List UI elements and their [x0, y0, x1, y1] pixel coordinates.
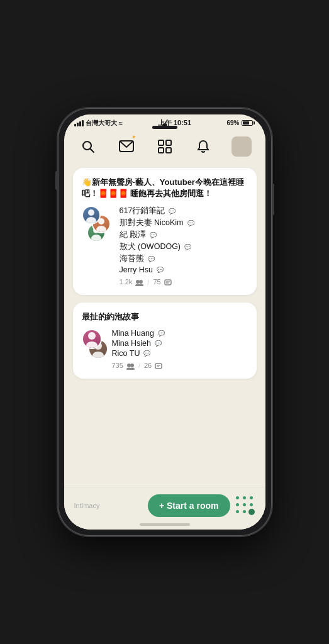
wifi-icon: ≈: [119, 119, 123, 127]
speakers-list: Mina Huang 💬 Mina Hsieh 💬 Rico TU 💬: [112, 329, 248, 370]
dots-grid-button[interactable]: [235, 496, 255, 516]
user-avatar: [231, 136, 252, 157]
room-card[interactable]: 👋新年無聲房-藝人、Youtuber今晚在這裡睡吧！🧧🧧🧧 睡飽再去其他房間逛！: [73, 168, 257, 295]
speaker-name: 海苔熊: [120, 253, 144, 264]
speaker-row: 敖犬 (OWODOG) 💬: [120, 242, 248, 252]
listener-count: 1.2k: [120, 278, 144, 286]
speaker-name: 敖犬 (OWODOG): [120, 242, 181, 252]
speaker-name: Mina Huang: [112, 329, 154, 338]
svg-rect-17: [165, 280, 171, 285]
speaker-row: Jerry Hsu 💬: [120, 265, 248, 274]
main-content: 👋新年無聲房-藝人、Youtuber今晚在這裡睡吧！🧧🧧🧧 睡飽再去其他房間逛！: [64, 163, 265, 530]
status-right: 69%: [226, 119, 255, 126]
mic-icon: 💬: [187, 220, 194, 226]
svg-rect-3: [159, 140, 164, 145]
svg-point-8: [86, 217, 96, 223]
search-button[interactable]: [77, 135, 99, 158]
home-indicator: [140, 523, 190, 526]
svg-point-7: [88, 209, 94, 216]
speaker-name: 紀 殿澤: [120, 230, 146, 240]
svg-rect-6: [166, 148, 171, 153]
room-title: 最扯的約泡故事: [82, 311, 248, 323]
speaker-row: 紀 殿澤 💬: [120, 230, 248, 240]
speaker-row: 那對夫妻 NicoKim 💬: [120, 218, 248, 228]
phone-screen: 台灣大哥大 ≈ 上午 10:51 69%: [64, 114, 265, 530]
signal-icon: [74, 120, 84, 126]
start-room-button[interactable]: + Start a room: [148, 494, 230, 517]
speaker-row: 617行銷筆記 💬: [120, 206, 248, 216]
bottom-preview-text: Intimacy: [74, 502, 148, 509]
speaker-name: Mina Hsieh: [112, 339, 152, 348]
dot: [248, 509, 255, 515]
dot: [243, 503, 246, 506]
phone-frame: 台灣大哥大 ≈ 上午 10:51 69%: [58, 108, 272, 536]
mic-icon: 💬: [150, 232, 157, 238]
mic-icon: 💬: [184, 244, 191, 250]
avatar-button[interactable]: [230, 135, 253, 158]
avatar: [82, 206, 101, 225]
room-participants: Mina Huang 💬 Mina Hsieh 💬 Rico TU 💬: [82, 329, 248, 370]
svg-point-12: [91, 235, 101, 241]
envelope-button[interactable]: ✦: [115, 135, 138, 158]
chat-count: 26: [144, 362, 162, 370]
nav-bar: ✦: [64, 130, 265, 163]
svg-line-1: [90, 149, 94, 153]
speaker-name: Jerry Hsu: [120, 265, 153, 274]
mic-icon: 💬: [148, 256, 155, 262]
speaker-row: Rico TU 💬: [112, 349, 248, 358]
dot: [236, 503, 239, 506]
avatar: [82, 329, 102, 349]
dot: [250, 503, 253, 506]
grid-button[interactable]: [153, 135, 176, 158]
svg-rect-28: [155, 364, 162, 369]
room-stats: 1.2k / 75: [120, 278, 248, 286]
dot: [236, 496, 239, 499]
dot: [243, 510, 246, 513]
dot: [250, 496, 253, 499]
svg-point-10: [96, 226, 106, 232]
mic-icon: 💬: [155, 340, 162, 347]
mic-icon: 💬: [157, 267, 164, 273]
svg-rect-4: [166, 140, 171, 145]
speaker-name: Rico TU: [112, 349, 140, 358]
room-stats: 735 / 26: [112, 362, 248, 370]
mic-icon: 💬: [143, 350, 150, 357]
room-title: 👋新年無聲房-藝人、Youtuber今晚在這裡睡吧！🧧🧧🧧 睡飽再去其他房間逛！: [82, 177, 248, 199]
battery-icon: [242, 120, 255, 126]
room-card[interactable]: 最扯的約泡故事: [73, 303, 257, 379]
mic-icon: 💬: [169, 208, 176, 214]
svg-point-21: [86, 341, 98, 348]
speaker-name: 那對夫妻 NicoKim: [120, 218, 184, 228]
dot: [236, 510, 239, 513]
speaker-name: 617行銷筆記: [120, 206, 165, 216]
front-camera: [162, 123, 167, 128]
bell-button[interactable]: [192, 135, 215, 158]
carrier-text: 台灣大哥大: [86, 119, 117, 128]
svg-point-23: [92, 352, 104, 358]
speaker-row: Mina Huang 💬: [112, 329, 248, 338]
svg-point-25: [130, 364, 134, 367]
speakers-list: 617行銷筆記 💬 那對夫妻 NicoKim 💬 紀 殿澤 💬 敖犬: [120, 206, 248, 286]
mic-icon: 💬: [158, 330, 165, 336]
svg-point-14: [139, 280, 143, 284]
speaker-row: Mina Hsieh 💬: [112, 339, 248, 348]
svg-point-20: [88, 332, 96, 340]
room-participants: 617行銷筆記 💬 那對夫妻 NicoKim 💬 紀 殿澤 💬 敖犬: [82, 206, 248, 286]
listener-count: 735: [112, 362, 135, 370]
speaker-row: 海苔熊 💬: [120, 253, 248, 264]
avatars-stack: [82, 329, 107, 360]
svg-rect-5: [159, 148, 164, 153]
dot: [243, 496, 246, 499]
status-left: 台灣大哥大 ≈: [74, 119, 123, 128]
chat-count: 75: [153, 278, 171, 286]
battery-percentage: 69%: [226, 119, 239, 126]
avatars-stack: [82, 206, 114, 243]
